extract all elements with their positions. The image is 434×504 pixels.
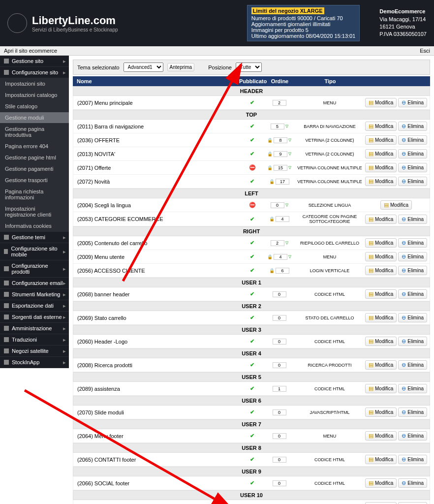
edit-button[interactable]: ▤Modifica bbox=[365, 408, 397, 417]
delete-button[interactable]: ⊖Elimina bbox=[398, 384, 427, 393]
sidebar-item[interactable]: Gestione pagina introduttiva bbox=[0, 124, 69, 141]
order-input[interactable] bbox=[276, 179, 289, 185]
edit-button[interactable]: ▤Modifica bbox=[365, 455, 397, 464]
check-icon[interactable]: ✔ bbox=[250, 267, 254, 273]
edit-button[interactable]: ▤Modifica bbox=[365, 289, 397, 299]
delete-button[interactable]: ⊖Elimina bbox=[398, 478, 427, 488]
sidebar-item[interactable]: Pagina richiesta informazioni bbox=[0, 186, 69, 203]
edit-button[interactable]: ▤Modifica bbox=[365, 238, 397, 248]
check-icon[interactable]: ✔ bbox=[250, 456, 254, 462]
sidebar-item[interactable]: Gestione pagamenti bbox=[0, 163, 69, 175]
edit-button[interactable]: ▤Modifica bbox=[365, 177, 397, 186]
edit-button[interactable]: ▤Modifica bbox=[365, 215, 397, 224]
delete-button[interactable]: ⊖Elimina bbox=[398, 289, 427, 299]
order-input[interactable] bbox=[273, 457, 286, 463]
delete-button[interactable]: ⊖Elimina bbox=[398, 163, 427, 172]
unpublished-icon[interactable]: ⛔ bbox=[249, 202, 256, 208]
order-input[interactable] bbox=[273, 480, 286, 486]
edit-button[interactable]: ▤Modifica bbox=[365, 98, 397, 107]
check-icon[interactable]: ✔ bbox=[250, 338, 254, 344]
check-icon[interactable]: ✔ bbox=[250, 480, 254, 486]
sidebar-item[interactable]: Configurazione sito▸ bbox=[0, 67, 69, 78]
sidebar-item[interactable]: Pagina errore 404 bbox=[0, 141, 69, 152]
sidebar-item[interactable]: Strumenti Marketing▸ bbox=[0, 289, 69, 300]
move-down-icon[interactable]: ▽ bbox=[288, 165, 291, 170]
delete-button[interactable]: ⊖Elimina bbox=[398, 252, 427, 261]
edit-button[interactable]: ▤Modifica bbox=[365, 337, 397, 346]
delete-button[interactable]: ⊖Elimina bbox=[398, 177, 427, 186]
sidebar-item[interactable]: Gestione trasporti bbox=[0, 175, 69, 186]
position-select[interactable]: Tutte bbox=[236, 63, 262, 72]
move-down-icon[interactable]: ▽ bbox=[285, 241, 288, 245]
check-icon[interactable]: ✔ bbox=[250, 137, 254, 143]
check-icon[interactable]: ✔ bbox=[250, 362, 254, 368]
sidebar-item[interactable]: Gestione sito▸ bbox=[0, 56, 69, 67]
edit-button[interactable]: ▤Modifica bbox=[365, 266, 397, 275]
move-down-icon[interactable]: ▽ bbox=[285, 124, 288, 128]
order-input[interactable] bbox=[274, 137, 287, 143]
sidebar-item[interactable]: StockInApp▸ bbox=[0, 357, 69, 368]
sidebar-item[interactable]: Configurazione sito mobile▸ bbox=[0, 243, 69, 260]
order-input[interactable] bbox=[274, 254, 287, 260]
check-icon[interactable]: ✔ bbox=[250, 253, 254, 259]
check-icon[interactable]: ✔ bbox=[250, 433, 254, 439]
delete-button[interactable]: ⊖Elimina bbox=[398, 215, 427, 224]
order-input[interactable] bbox=[274, 165, 287, 171]
edit-button[interactable]: ▤Modifica bbox=[380, 200, 412, 210]
preview-button[interactable]: Anteprima bbox=[167, 63, 195, 71]
order-input[interactable] bbox=[274, 151, 287, 157]
edit-button[interactable]: ▤Modifica bbox=[365, 384, 397, 393]
edit-button[interactable]: ▤Modifica bbox=[365, 122, 397, 131]
delete-button[interactable]: ⊖Elimina bbox=[398, 98, 427, 107]
order-input[interactable] bbox=[273, 386, 286, 392]
delete-button[interactable]: ⊖Elimina bbox=[398, 431, 427, 441]
open-site-link[interactable]: Apri il sito ecommerce bbox=[4, 48, 57, 54]
order-input[interactable] bbox=[273, 291, 286, 297]
edit-button[interactable]: ▤Modifica bbox=[365, 478, 397, 488]
order-input[interactable] bbox=[273, 362, 286, 368]
move-down-icon[interactable]: ▽ bbox=[285, 203, 288, 207]
logout-link[interactable]: Esci bbox=[420, 48, 430, 54]
check-icon[interactable]: ✔ bbox=[250, 315, 254, 320]
sidebar-item[interactable]: Impostazioni catalogo bbox=[0, 90, 69, 101]
edit-button[interactable]: ▤Modifica bbox=[365, 431, 397, 441]
sidebar-item[interactable]: Gestione moduli bbox=[0, 112, 69, 124]
delete-button[interactable]: ⊖Elimina bbox=[398, 149, 427, 158]
move-down-icon[interactable]: ▽ bbox=[288, 152, 291, 156]
edit-button[interactable]: ▤Modifica bbox=[365, 360, 397, 370]
theme-select[interactable]: Advanced1 bbox=[124, 63, 163, 72]
delete-button[interactable]: ⊖Elimina bbox=[398, 266, 427, 275]
sidebar-item[interactable]: Informativa cookies bbox=[0, 220, 69, 232]
delete-button[interactable]: ⊖Elimina bbox=[398, 238, 427, 248]
edit-button[interactable]: ▤Modifica bbox=[365, 163, 397, 172]
order-input[interactable] bbox=[271, 124, 284, 129]
move-down-icon[interactable]: ▽ bbox=[288, 254, 291, 259]
order-input[interactable] bbox=[271, 240, 284, 246]
delete-button[interactable]: ⊖Elimina bbox=[398, 502, 427, 504]
sidebar-item[interactable]: Esportazione dati▸ bbox=[0, 300, 69, 312]
delete-button[interactable]: ⊖Elimina bbox=[398, 122, 427, 131]
sidebar-item[interactable]: Gestione temi▸ bbox=[0, 232, 69, 243]
order-input[interactable] bbox=[273, 315, 286, 321]
order-input[interactable] bbox=[276, 268, 289, 274]
order-input[interactable] bbox=[273, 410, 286, 415]
edit-button[interactable]: ▤Modifica bbox=[365, 502, 397, 504]
delete-button[interactable]: ⊖Elimina bbox=[398, 360, 427, 370]
move-down-icon[interactable]: ▽ bbox=[288, 138, 291, 142]
sidebar-item[interactable]: Traduzioni▸ bbox=[0, 334, 69, 346]
delete-button[interactable]: ⊖Elimina bbox=[398, 455, 427, 464]
edit-button[interactable]: ▤Modifica bbox=[365, 149, 397, 158]
check-icon[interactable]: ✔ bbox=[250, 99, 254, 105]
check-icon[interactable]: ✔ bbox=[250, 178, 254, 184]
sidebar-item[interactable]: Gestione pagine html bbox=[0, 152, 69, 163]
edit-button[interactable]: ▤Modifica bbox=[365, 252, 397, 261]
order-input[interactable] bbox=[271, 202, 284, 208]
delete-button[interactable]: ⊖Elimina bbox=[398, 313, 427, 322]
check-icon[interactable]: ✔ bbox=[250, 123, 254, 129]
sidebar-item[interactable]: Negozi satellite▸ bbox=[0, 346, 69, 357]
order-input[interactable] bbox=[276, 216, 289, 222]
check-icon[interactable]: ✔ bbox=[250, 409, 254, 415]
check-icon[interactable]: ✔ bbox=[250, 216, 254, 222]
sidebar-item[interactable]: Stile catalogo bbox=[0, 101, 69, 112]
sidebar-item[interactable]: Impostazioni sito bbox=[0, 78, 69, 90]
